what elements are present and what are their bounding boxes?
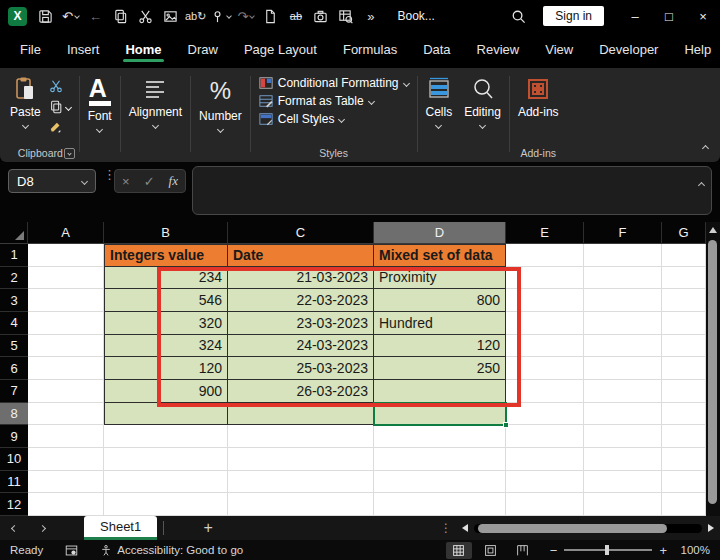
cell-D12[interactable] [374, 493, 506, 516]
touch-mode-icon[interactable] [208, 3, 233, 29]
zoom-slider-thumb[interactable] [605, 545, 609, 555]
cell-D1[interactable]: Mixed set of data [374, 244, 506, 267]
cell-F9[interactable] [584, 425, 662, 448]
cell-B1[interactable]: Integers value [104, 244, 228, 267]
cell-A12[interactable] [28, 493, 104, 516]
row-header-2[interactable]: 2 [0, 267, 28, 290]
font-button[interactable]: A Font [88, 74, 112, 132]
cancel-entry-icon[interactable]: × [122, 174, 130, 189]
cell-B12[interactable] [104, 493, 228, 516]
tab-view[interactable]: View [543, 36, 575, 64]
name-box[interactable]: D8 [8, 169, 96, 193]
cell-D9[interactable] [374, 425, 506, 448]
cell-E6[interactable] [506, 357, 584, 380]
conditional-formatting-button[interactable]: Conditional Formatting [259, 76, 409, 90]
column-header-A[interactable]: A [28, 222, 104, 244]
tab-draw[interactable]: Draw [186, 36, 220, 64]
cell-G1[interactable] [662, 244, 706, 267]
paste-button[interactable]: Paste [10, 74, 41, 136]
more-commands-icon[interactable]: » [358, 3, 383, 29]
zoom-out-button[interactable]: − [550, 543, 558, 558]
row-header-8[interactable]: 8 [0, 403, 28, 426]
number-button[interactable]: % Number [199, 74, 242, 132]
strikethrough-icon[interactable]: ab [283, 3, 308, 29]
row-header-9[interactable]: 9 [0, 425, 28, 448]
cell-G12[interactable] [662, 493, 706, 516]
copy-button[interactable] [49, 99, 71, 115]
cell-F6[interactable] [584, 357, 662, 380]
cell-C3[interactable]: 22-03-2023 [228, 289, 374, 312]
cell-G3[interactable] [662, 289, 706, 312]
cell-B5[interactable]: 324 [104, 335, 228, 358]
next-sheet-icon[interactable] [28, 526, 56, 531]
cell-B9[interactable] [104, 425, 228, 448]
cell-B4[interactable]: 320 [104, 312, 228, 335]
add-sheet-button[interactable]: + [196, 519, 220, 537]
row-header-7[interactable]: 7 [0, 380, 28, 403]
cell-D4[interactable]: Hundred [374, 312, 506, 335]
column-header-E[interactable]: E [506, 222, 584, 244]
cell-A1[interactable] [28, 244, 104, 267]
format-as-table-button[interactable]: Format as Table [259, 94, 374, 108]
column-header-G[interactable]: G [662, 222, 706, 244]
cut-icon[interactable] [133, 3, 158, 29]
cell-E4[interactable] [506, 312, 584, 335]
cell-A5[interactable] [28, 335, 104, 358]
cell-E5[interactable] [506, 335, 584, 358]
addins-button[interactable]: Add-ins [518, 74, 559, 119]
replace-icon[interactable]: ab↻ [183, 3, 208, 29]
cell-B11[interactable] [104, 471, 228, 494]
page-break-preview-button[interactable] [510, 542, 536, 559]
cell-G11[interactable] [662, 471, 706, 494]
scroll-left-icon[interactable] [462, 524, 468, 532]
cell-E3[interactable] [506, 289, 584, 312]
cell-B10[interactable] [104, 448, 228, 471]
tab-help[interactable]: Help [682, 36, 713, 64]
cell-C2[interactable]: 21-03-2023 [228, 267, 374, 290]
confirm-entry-icon[interactable]: ✓ [144, 174, 155, 189]
cell-G8[interactable] [662, 403, 706, 426]
cell-C5[interactable]: 24-03-2023 [228, 335, 374, 358]
insert-function-icon[interactable]: fx [169, 173, 178, 189]
cell-B3[interactable]: 546 [104, 289, 228, 312]
cell-E9[interactable] [506, 425, 584, 448]
cell-A7[interactable] [28, 380, 104, 403]
fill-handle[interactable] [503, 422, 509, 428]
cells-button[interactable]: Cells [426, 74, 453, 128]
scroll-right-icon[interactable] [708, 524, 714, 532]
expand-formula-bar-icon[interactable] [699, 174, 704, 192]
vertical-scrollbar[interactable] [706, 222, 720, 516]
cell-F1[interactable] [584, 244, 662, 267]
cell-F10[interactable] [584, 448, 662, 471]
cell-A4[interactable] [28, 312, 104, 335]
cell-C4[interactable]: 23-03-2023 [228, 312, 374, 335]
tab-review[interactable]: Review [475, 36, 522, 64]
cell-B6[interactable]: 120 [104, 357, 228, 380]
cell-F5[interactable] [584, 335, 662, 358]
cell-G6[interactable] [662, 357, 706, 380]
accessibility-status[interactable]: Accessibility: Good to go [100, 544, 243, 557]
cell-D6[interactable]: 250 [374, 357, 506, 380]
tab-page-layout[interactable]: Page Layout [242, 36, 319, 64]
sign-in-button[interactable]: Sign in [543, 6, 604, 26]
close-button[interactable]: × [686, 0, 720, 32]
cell-A6[interactable] [28, 357, 104, 380]
vertical-scrollbar-thumb[interactable] [708, 240, 717, 504]
row-header-4[interactable]: 4 [0, 312, 28, 335]
cell-E11[interactable] [506, 471, 584, 494]
cell-E8[interactable] [506, 403, 584, 426]
normal-view-button[interactable] [446, 542, 472, 559]
maximize-button[interactable]: □ [652, 0, 686, 32]
row-header-10[interactable]: 10 [0, 448, 28, 471]
cell-E2[interactable] [506, 267, 584, 290]
tab-options-grip[interactable]: ⋮ [440, 521, 452, 535]
save-icon[interactable] [33, 3, 58, 29]
formula-input[interactable] [192, 166, 712, 215]
cell-G5[interactable] [662, 335, 706, 358]
column-header-F[interactable]: F [584, 222, 662, 244]
cell-A9[interactable] [28, 425, 104, 448]
cell-A2[interactable] [28, 267, 104, 290]
cell-F8[interactable] [584, 403, 662, 426]
column-header-D[interactable]: D [374, 222, 506, 244]
camera-icon[interactable] [308, 3, 333, 29]
